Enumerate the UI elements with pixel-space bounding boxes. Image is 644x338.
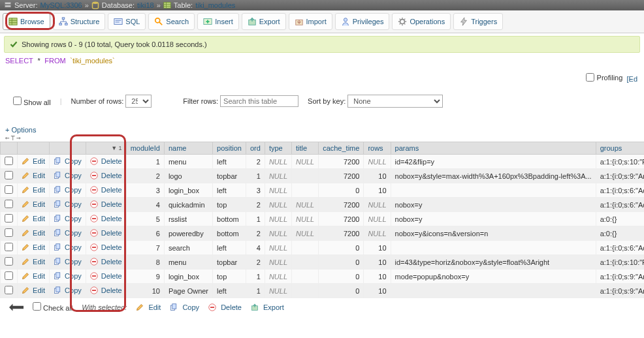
num-rows-select[interactable]: 25 [125,95,152,108]
col-edit [18,142,50,155]
row-delete[interactable]: Delete [90,157,122,165]
row-delete[interactable]: Delete [90,186,122,194]
row-edit[interactable]: Edit [22,243,45,251]
row-copy[interactable]: Copy [54,272,82,280]
tab-privileges[interactable]: Privileges [335,13,390,30]
tab-operations[interactable]: Operations [392,13,451,30]
check-all-checkbox[interactable] [33,302,41,311]
col-ord[interactable]: ord [246,142,265,155]
cell-ord: 3 [246,183,265,198]
col-type[interactable]: type [265,142,291,155]
col-position[interactable]: position [213,142,246,155]
tab-triggers[interactable]: Triggers [453,13,503,30]
cell-params: nobox=y&icons=n&version=n [391,226,596,241]
row-copy[interactable]: Copy [54,286,82,294]
row-delete[interactable]: Delete [90,272,122,280]
check-icon [10,40,18,48]
row-delete[interactable]: Delete [90,172,122,179]
server-link[interactable]: MySQL:3306 [40,1,82,9]
row-copy[interactable]: Copy [54,200,82,208]
sort-key-select[interactable]: None [347,95,443,108]
row-edit[interactable]: Edit [22,200,45,208]
profiling-toggle[interactable]: Profiling [586,73,623,82]
column-sort-controls[interactable]: ←⊤→ [0,134,644,142]
row-checkbox[interactable] [5,286,13,294]
row-checkbox[interactable] [5,171,13,179]
filter-rows-input[interactable] [220,95,298,107]
row-copy[interactable]: Copy [54,186,82,194]
row-delete[interactable]: Delete [90,229,122,237]
row-copy[interactable]: Copy [54,172,82,179]
bulk-delete[interactable]: Delete [208,303,242,311]
tab-search[interactable]: Search [148,13,195,30]
col-params[interactable]: params [391,142,596,155]
options-toggle[interactable]: + Options [5,126,36,134]
edit-inline-link[interactable]: [Ed [626,75,637,83]
table-link[interactable]: tiki_modules [195,1,235,9]
cell-position: top [213,198,246,212]
row-copy[interactable]: Copy [54,258,82,266]
row-edit[interactable]: Edit [22,258,45,266]
row-edit[interactable]: Edit [22,272,45,280]
row-delete[interactable]: Delete [90,286,122,294]
row-edit[interactable]: Edit [22,157,45,165]
row-delete[interactable]: Delete [90,258,122,266]
table-row: Edit Copy Delete5rsslistbottom1NULLNULL7… [1,212,645,226]
row-edit[interactable]: Edit [22,172,45,179]
col-title[interactable]: title [292,142,319,155]
row-edit[interactable]: Edit [22,186,45,194]
edit-icon [22,157,29,165]
row-copy[interactable]: Copy [54,215,82,223]
cell-groups: a:1:{i:0;s:6:"Admins";} [596,183,644,198]
row-checkbox[interactable] [5,228,13,237]
cell-params: mode=popup&nobox=y [391,269,596,284]
row-copy[interactable]: Copy [54,157,82,165]
row-copy[interactable]: Copy [54,229,82,237]
col-name[interactable]: name [164,142,212,155]
row-checkbox[interactable] [5,271,13,280]
row-delete[interactable]: Delete [90,243,122,251]
cell-rows: 10 [364,183,391,198]
cell-moduleId: 6 [126,226,164,241]
col-moduleId[interactable]: moduleId [126,142,164,155]
row-edit[interactable]: Edit [22,286,45,294]
cell-rows: NULL [364,155,391,169]
row-checkbox[interactable] [5,185,13,194]
table-row: Edit Copy Delete1menuleft2NULLNULL7200NU… [1,155,645,169]
check-all-toggle[interactable]: Check all [33,302,72,312]
show-all-toggle[interactable]: Show all [13,97,51,106]
row-checkbox[interactable] [5,200,13,208]
db-link[interactable]: tiki18 [137,1,154,9]
col-groups[interactable]: groups [596,142,644,155]
col-cache_time[interactable]: cache_time [319,142,364,155]
delete-icon [90,272,98,280]
tab-export[interactable]: Export [242,13,286,30]
cell-ord: 1 [246,212,265,226]
row-delete[interactable]: Delete [90,215,122,223]
profiling-checkbox[interactable] [586,73,594,82]
row-checkbox[interactable] [5,157,13,165]
tab-structure[interactable]: Structure [53,13,106,30]
row-checkbox[interactable] [5,214,13,223]
bulk-edit[interactable]: Edit [136,303,161,311]
cell-type: NULL [265,183,291,198]
cell-type: NULL [265,155,291,169]
row-edit[interactable]: Edit [22,215,45,223]
cell-cache_time: 0 [319,284,364,298]
row-copy[interactable]: Copy [54,243,82,251]
cell-title: NULL [292,226,319,241]
tab-sql[interactable]: SQL [108,13,146,30]
row-checkbox[interactable] [5,257,13,266]
tab-browse[interactable]: Browse [3,13,50,30]
filter-bar: Show all | Number of rows: 25 Filter row… [0,91,644,113]
tab-import[interactable]: Import [289,13,332,30]
show-all-checkbox[interactable] [13,97,22,105]
bulk-export[interactable]: Export [251,303,284,311]
tab-insert[interactable]: Insert [197,13,239,30]
col-rows[interactable]: rows [364,142,391,155]
row-edit[interactable]: Edit [22,229,45,237]
row-delete[interactable]: Delete [90,200,122,208]
row-checkbox[interactable] [5,243,13,251]
cell-position: bottom [213,212,246,226]
bulk-copy[interactable]: Copy [170,303,199,311]
